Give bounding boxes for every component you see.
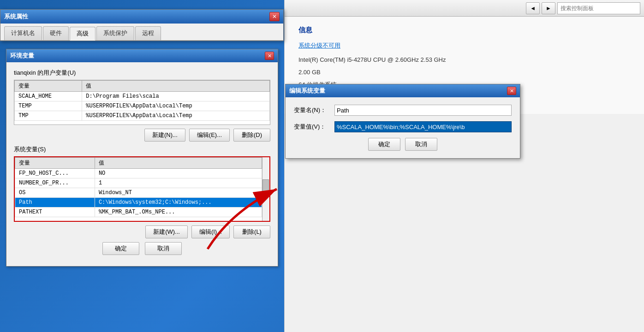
user-var-name: TMP xyxy=(15,111,82,121)
var-value-input[interactable] xyxy=(334,121,512,132)
scrollbar-track[interactable] xyxy=(262,157,269,221)
info-title: 信息 xyxy=(298,26,630,35)
system-info-panel: ◄ ► 信息 系统分级不可用 Intel(R) Core(TM) i5-4278… xyxy=(284,0,644,332)
user-new-button[interactable]: 新建(N)... xyxy=(144,129,185,142)
sys-var-value: Windows_NT xyxy=(95,188,262,198)
var-name-label: 变量名(N)： xyxy=(294,106,331,114)
user-var-value: %USERPROFILE%\AppData\Local\Temp xyxy=(82,101,270,111)
var-value-row: 变量值(V)： xyxy=(294,121,512,132)
user-var-name: TEMP xyxy=(15,101,82,111)
table-row[interactable]: SCALA_HOME D:\Program Files\scala xyxy=(15,92,270,101)
var-value-label: 变量值(V)： xyxy=(294,123,331,131)
sysprops-title: 系统属性 xyxy=(4,12,28,21)
table-row[interactable]: NUMBER_OF_PR... 1 xyxy=(15,178,262,188)
env-title: 环境变量 xyxy=(10,52,34,60)
user-var-value: D:\Program Files\scala xyxy=(82,92,270,101)
sys-var-name: OS xyxy=(15,188,95,198)
tab-system-protection[interactable]: 系统保护 xyxy=(96,26,134,40)
table-row[interactable]: FP_NO_HOST_C... NO xyxy=(15,169,262,178)
user-vars-table: 变量 值 SCALA_HOME D:\Program Files\scala T… xyxy=(14,80,270,121)
env-ok-button[interactable]: 确定 xyxy=(102,242,139,255)
table-row-path[interactable]: Path C:\Windows\system32;C:\Windows;... xyxy=(15,198,262,208)
sys-var-name: NUMBER_OF_PR... xyxy=(15,178,95,188)
user-btn-row: 新建(N)... 编辑(E)... 删除(D) xyxy=(14,129,270,142)
system-info-toolbar: ◄ ► xyxy=(285,0,644,17)
edit-title: 编辑系统变量 xyxy=(289,87,325,95)
sysprops-close-button[interactable]: ✕ xyxy=(269,12,280,21)
grade-link[interactable]: 系统分级不可用 xyxy=(298,42,630,50)
var-name-row: 变量名(N)： xyxy=(294,105,512,116)
sysprops-dialog: 系统属性 ✕ 计算机名 硬件 高级 系统保护 远程 环境变量 ✕ tianqix… xyxy=(0,9,284,41)
env-content: tianqixin 的用户变量(U) 变量 值 SCALA_HOME D:\Pr… xyxy=(6,62,278,266)
env-titlebar: 环境变量 ✕ xyxy=(6,49,278,62)
env-cancel-button[interactable]: 取消 xyxy=(145,242,182,255)
search-input[interactable] xyxy=(557,2,640,14)
user-vars-col-val: 值 xyxy=(82,81,270,92)
sys-var-value: 1 xyxy=(95,178,262,188)
sys-edit-button[interactable]: 编辑(I)... xyxy=(191,225,230,238)
edit-dialog: 编辑系统变量 ✕ 变量名(N)： 变量值(V)： 确定 取消 xyxy=(285,84,520,159)
user-delete-button[interactable]: 删除(D) xyxy=(233,129,270,142)
edit-btn-row: 确定 取消 xyxy=(294,138,512,151)
sys-vars-table: 变量 值 FP_NO_HOST_C... NO NUMBER_OF_PR... … xyxy=(15,157,262,217)
scrollbar-thumb[interactable] xyxy=(262,179,269,196)
user-edit-button[interactable]: 编辑(E)... xyxy=(189,129,230,142)
sys-btn-row: 新建(W)... 编辑(I)... 删除(L) xyxy=(14,225,270,238)
edit-content: 变量名(N)： 变量值(V)： 确定 取消 xyxy=(286,97,520,158)
sys-vars-label: 系统变量(S) xyxy=(14,145,270,154)
sys-var-name: FP_NO_HOST_C... xyxy=(15,169,95,178)
table-row[interactable]: TMP %USERPROFILE%\AppData\Local\Temp xyxy=(15,111,270,121)
edit-close-button[interactable]: ✕ xyxy=(507,87,516,95)
tab-advanced[interactable]: 高级 xyxy=(70,27,95,41)
user-var-value: %USERPROFILE%\AppData\Local\Temp xyxy=(82,111,270,121)
tabs-container: 计算机名 硬件 高级 系统保护 远程 xyxy=(0,24,283,41)
sys-vars-col-val: 值 xyxy=(95,158,262,169)
table-row[interactable]: OS Windows_NT xyxy=(15,188,262,198)
sysprops-titlebar: 系统属性 ✕ xyxy=(0,10,283,24)
tab-hardware[interactable]: 硬件 xyxy=(43,26,69,40)
sys-var-value: NO xyxy=(95,169,262,178)
tab-computer-name[interactable]: 计算机名 xyxy=(4,26,42,40)
env-dialog: 环境变量 ✕ tianqixin 的用户变量(U) 变量 值 SCALA_HOM… xyxy=(6,49,278,267)
edit-ok-button[interactable]: 确定 xyxy=(368,138,400,151)
edit-cancel-button[interactable]: 取消 xyxy=(405,138,437,151)
sys-vars-col-var: 变量 xyxy=(15,158,95,169)
user-vars-col-var: 变量 xyxy=(15,81,82,92)
table-row[interactable]: TEMP %USERPROFILE%\AppData\Local\Temp xyxy=(15,101,270,111)
tab-remote[interactable]: 远程 xyxy=(135,26,161,40)
sys-var-name: PATHEXT xyxy=(15,208,95,217)
user-vars-label: tianqixin 的用户变量(U) xyxy=(14,69,270,77)
env-close-button[interactable]: ✕ xyxy=(265,52,274,60)
back-button[interactable]: ◄ xyxy=(526,2,540,14)
sys-var-value: %MK_PMR_BAT_.OMs_NPE... xyxy=(95,208,262,217)
var-name-input[interactable] xyxy=(334,105,512,116)
ram-info: 2.00 GB xyxy=(298,68,630,77)
sys-var-name-path: Path xyxy=(15,198,95,208)
edit-titlebar: 编辑系统变量 ✕ xyxy=(286,84,520,97)
forward-button[interactable]: ► xyxy=(542,2,555,14)
table-row[interactable]: PATHEXT %MK_PMR_BAT_.OMs_NPE... xyxy=(15,208,262,217)
cpu-info: Intel(R) Core(TM) i5-4278U CPU @ 2.60GHz… xyxy=(298,55,630,65)
env-bottom-btn-row: 确定 取消 xyxy=(14,242,270,260)
sys-delete-button[interactable]: 删除(L) xyxy=(233,225,270,238)
user-var-name: SCALA_HOME xyxy=(15,92,82,101)
sys-var-value-path: C:\Windows\system32;C:\Windows;... xyxy=(95,198,262,208)
sys-new-button[interactable]: 新建(W)... xyxy=(145,225,188,238)
